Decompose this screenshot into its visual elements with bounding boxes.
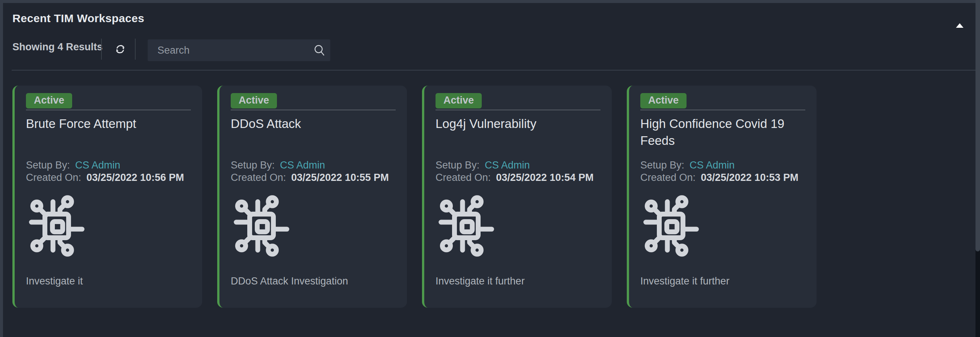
- workspace-title: DDoS Attack: [231, 115, 396, 149]
- workspace-description: Investigate it further: [436, 275, 525, 287]
- workspace-card[interactable]: Active Log4j Vulnerability Setup By:CS A…: [422, 85, 612, 308]
- workspace-title: High Confidence Covid 19 Feeds: [640, 115, 805, 149]
- status-badge: Active: [231, 93, 277, 108]
- workspace-meta: Setup By:CS Admin Created On:03/25/2022 …: [640, 159, 799, 184]
- chevron-up-icon: [956, 17, 964, 28]
- created-on-value: 03/25/2022 10:54 PM: [496, 172, 594, 183]
- search-input[interactable]: [148, 40, 309, 61]
- setup-by-label: Setup By:: [26, 160, 70, 171]
- workspace-description: Investigate it further: [640, 275, 729, 287]
- header-divider: [12, 70, 975, 71]
- recent-tim-workspaces-panel: Recent TIM Workspaces Showing 4 Results: [3, 3, 975, 337]
- setup-by-user-link[interactable]: CS Admin: [689, 160, 735, 171]
- refresh-icon: [114, 43, 127, 55]
- workspace-card[interactable]: Active Brute Force Attempt Setup By:CS A…: [13, 85, 202, 308]
- chip-icon: [24, 194, 89, 258]
- created-on-value: 03/25/2022 10:56 PM: [86, 172, 184, 183]
- created-on-label: Created On:: [640, 172, 695, 183]
- created-on-label: Created On:: [436, 172, 491, 183]
- status-badge: Active: [436, 93, 482, 108]
- created-on-value: 03/25/2022 10:53 PM: [701, 172, 799, 183]
- created-on-label: Created On:: [26, 172, 81, 183]
- chip-icon: [229, 194, 294, 258]
- chip-icon: [434, 194, 499, 258]
- setup-by-label: Setup By:: [640, 160, 684, 171]
- workspace-card[interactable]: Active DDoS Attack Setup By:CS Admin Cre…: [217, 85, 407, 308]
- status-badge: Active: [26, 93, 72, 108]
- page-title: Recent TIM Workspaces: [13, 12, 144, 25]
- search-button[interactable]: [309, 40, 330, 61]
- workspace-title: Brute Force Attempt: [26, 115, 191, 149]
- chip-icon: [639, 194, 703, 258]
- refresh-button[interactable]: [109, 39, 131, 60]
- workspace-card[interactable]: Active High Confidence Covid 19 Feeds Se…: [627, 85, 816, 308]
- workspace-meta: Setup By:CS Admin Created On:03/25/2022 …: [26, 159, 184, 184]
- search-box: [148, 40, 330, 61]
- badge-divider: [640, 109, 805, 110]
- results-count: Showing 4 Results: [13, 36, 103, 57]
- badge-divider: [436, 109, 600, 110]
- setup-by-label: Setup By:: [436, 160, 479, 171]
- status-badge: Active: [640, 93, 687, 108]
- toolbar-divider: [135, 39, 136, 60]
- toolbar-divider: [101, 39, 102, 60]
- workspace-meta: Setup By:CS Admin Created On:03/25/2022 …: [436, 159, 594, 184]
- setup-by-user-link[interactable]: CS Admin: [485, 160, 530, 171]
- workspace-description: Investigate it: [26, 275, 83, 287]
- workspace-cards: Active Brute Force Attempt Setup By:CS A…: [13, 85, 816, 308]
- badge-divider: [26, 109, 191, 110]
- workspace-title: Log4j Vulnerability: [436, 115, 600, 149]
- workspace-description: DDoS Attack Investigation: [231, 275, 348, 287]
- scrollbar-track[interactable]: [975, 0, 980, 337]
- setup-by-user-link[interactable]: CS Admin: [75, 160, 120, 171]
- setup-by-label: Setup By:: [231, 160, 275, 171]
- search-icon: [313, 44, 326, 57]
- workspace-meta: Setup By:CS Admin Created On:03/25/2022 …: [231, 159, 389, 184]
- created-on-value: 03/25/2022 10:55 PM: [291, 172, 389, 183]
- scrollbar-thumb[interactable]: [975, 0, 980, 252]
- setup-by-user-link[interactable]: CS Admin: [280, 160, 325, 171]
- collapse-panel-button[interactable]: [955, 16, 965, 24]
- created-on-label: Created On:: [231, 172, 286, 183]
- badge-divider: [231, 109, 396, 110]
